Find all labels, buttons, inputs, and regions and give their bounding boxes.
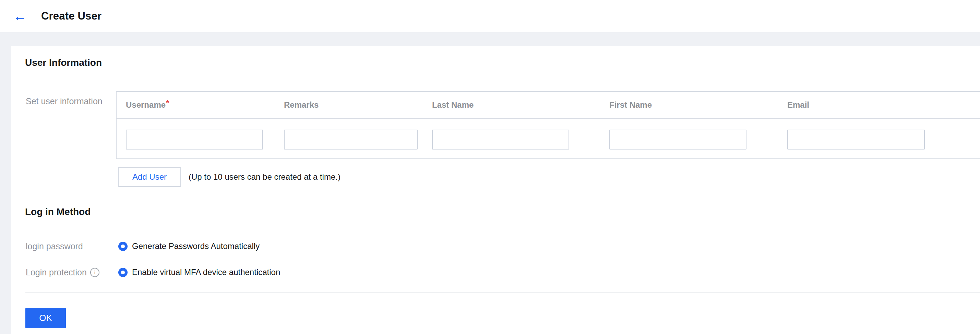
column-header-first-name: First Name [609,92,652,118]
login-protection-label: Login protection [26,267,87,277]
section-title-user-information: User Information [25,57,102,69]
enable-mfa-option-label[interactable]: Enable virtual MFA device authentication [132,267,280,277]
section-title-login-method: Log in Method [25,206,91,218]
user-table: Username* Remarks Last Name First Name E… [116,91,980,159]
generate-passwords-radio[interactable] [118,242,127,251]
form-card: User Information Set user information Us… [11,46,980,334]
column-header-email: Email [787,92,809,118]
ok-button[interactable]: OK [25,308,66,328]
username-input[interactable] [126,130,263,150]
first-name-input[interactable] [609,130,746,150]
enable-mfa-radio[interactable] [118,268,127,277]
add-user-hint: (Up to 10 users can be created at a time… [189,172,340,182]
set-user-information-label: Set user information [26,96,102,106]
required-asterisk: * [166,99,169,108]
email-input[interactable] [787,130,925,150]
page-title: Create User [41,0,102,32]
remarks-input[interactable] [284,130,418,150]
column-header-remarks: Remarks [284,92,318,118]
user-table-header: Username* Remarks Last Name First Name E… [116,92,980,119]
workspace-background: User Information Set user information Us… [0,32,980,334]
login-protection-row: Login protection i Enable virtual MFA de… [26,267,280,278]
column-header-username: Username* [126,92,169,118]
add-user-button[interactable]: Add User [118,167,181,187]
back-button[interactable]: ← [10,0,30,32]
section-divider [25,293,980,293]
create-user-page: ← Create User User Information Set user … [0,0,980,334]
login-password-label: login password [26,241,83,251]
info-icon[interactable]: i [90,268,99,277]
back-arrow-icon: ← [13,9,27,23]
generate-passwords-option-label[interactable]: Generate Passwords Automatically [132,242,259,251]
column-header-last-name: Last Name [432,92,474,118]
last-name-input[interactable] [432,130,569,150]
top-bar: ← Create User [0,0,980,32]
login-password-row: login password Generate Passwords Automa… [26,241,259,252]
